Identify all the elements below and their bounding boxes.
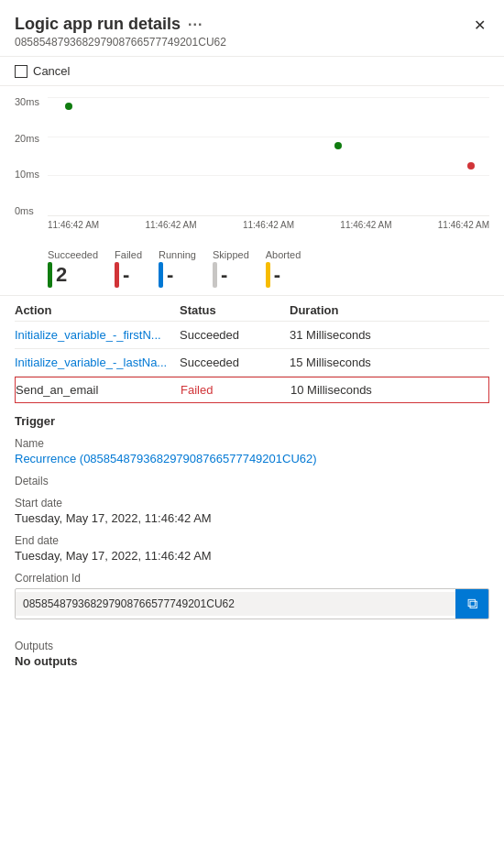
badge-succeeded-count: 2 [56, 263, 67, 287]
copy-button[interactable]: ⧉ [455, 589, 488, 619]
badge-failed-bar [115, 262, 119, 288]
badge-skipped-value-row: - [213, 262, 227, 288]
panel-header: Logic app run details ··· 08585487936829… [0, 0, 504, 57]
trigger-heading: Trigger [15, 414, 489, 428]
row3-duration: 10 Milliseconds [290, 383, 488, 397]
chart-inner [48, 97, 489, 216]
y-label-30ms: 30ms [15, 97, 39, 107]
badge-succeeded: Succeeded 2 [48, 249, 98, 288]
x-label-4: 11:46:42 AM [340, 220, 391, 230]
panel-title: Logic app run details ··· [15, 15, 226, 34]
badge-succeeded-label: Succeeded [48, 249, 98, 260]
gridline-30ms [48, 97, 489, 98]
table-row[interactable]: Send_an_email Failed 10 Milliseconds [15, 377, 489, 403]
name-label: Name [15, 437, 489, 450]
start-date-label: Start date [15, 497, 489, 509]
badge-running-label: Running [159, 249, 196, 260]
col-duration: Duration [290, 303, 489, 317]
row3-status: Failed [181, 383, 290, 397]
col-action: Action [15, 303, 180, 317]
correlation-id-input[interactable] [16, 592, 455, 616]
badge-aborted: Aborted - [266, 249, 301, 288]
correlation-id-label: Correlation Id [15, 572, 489, 585]
x-label-3: 11:46:42 AM [243, 220, 294, 230]
chart-dot-3 [467, 162, 475, 170]
badge-aborted-label: Aborted [266, 249, 301, 260]
badge-failed-value-row: - [115, 262, 129, 288]
badge-skipped: Skipped - [213, 249, 249, 288]
chart-dot-1 [65, 103, 72, 110]
table-row[interactable]: Initialize_variable_-_firstN... Succeede… [15, 322, 489, 349]
table-header: Action Status Duration [15, 296, 489, 322]
title-block: Logic app run details ··· 08585487936829… [15, 15, 226, 49]
y-label-0ms: 0ms [15, 206, 39, 216]
cancel-checkbox[interactable] [15, 65, 27, 78]
badge-failed-label: Failed [115, 249, 142, 260]
x-label-1: 11:46:42 AM [48, 220, 99, 230]
status-badges: Succeeded 2 Failed - Running - [33, 242, 504, 295]
gridline-20ms [48, 137, 489, 137]
badge-skipped-bar [213, 262, 217, 288]
end-date-label: End date [15, 534, 489, 547]
scrollable-content: 30ms 20ms 10ms 0ms 11:46:42 AM 11:46:42 … [0, 86, 504, 843]
badge-running: Running - [159, 249, 196, 288]
outputs-section: Outputs No outputs [0, 619, 504, 679]
badge-failed: Failed - [115, 249, 142, 288]
badge-failed-count: - [123, 263, 129, 287]
chart-x-labels: 11:46:42 AM 11:46:42 AM 11:46:42 AM 11:4… [48, 216, 489, 230]
close-button[interactable]: ✕ [470, 15, 489, 37]
badge-skipped-label: Skipped [213, 249, 249, 260]
x-label-2: 11:46:42 AM [145, 220, 196, 230]
chart-y-labels: 30ms 20ms 10ms 0ms [15, 97, 39, 216]
y-label-10ms: 10ms [15, 170, 39, 180]
col-status: Status [180, 303, 290, 317]
badge-running-bar [159, 262, 163, 288]
x-label-5: 11:46:42 AM [438, 220, 489, 230]
row2-duration: 15 Milliseconds [290, 356, 489, 369]
badge-aborted-value-row: - [266, 262, 280, 288]
row1-duration: 31 Milliseconds [290, 328, 489, 342]
badge-aborted-count: - [274, 263, 280, 287]
logic-app-run-details-panel: Logic app run details ··· 08585487936829… [0, 0, 504, 843]
details-label: Details [15, 475, 489, 487]
badge-skipped-count: - [221, 263, 227, 287]
cancel-label: Cancel [33, 64, 70, 78]
table-row[interactable]: Initialize_variable_-_lastNa... Succeede… [15, 349, 489, 377]
more-icon[interactable]: ··· [188, 16, 203, 33]
badge-succeeded-value-row: 2 [48, 262, 67, 288]
badge-running-value-row: - [159, 262, 173, 288]
row3-action: Send_an_email [16, 383, 181, 397]
title-text: Logic app run details [15, 15, 181, 34]
copy-icon: ⧉ [467, 596, 477, 612]
end-date-value: Tuesday, May 17, 2022, 11:46:42 AM [15, 549, 489, 563]
chart-area: 30ms 20ms 10ms 0ms 11:46:42 AM 11:46:42 … [0, 86, 504, 242]
row2-status: Succeeded [180, 356, 290, 369]
row1-action: Initialize_variable_-_firstN... [15, 328, 180, 342]
trigger-name-value[interactable]: Recurrence (0858548793682979087665777492… [15, 452, 489, 465]
correlation-id-row: ⧉ [15, 588, 489, 619]
cancel-row: Cancel [0, 57, 504, 86]
trigger-section: Trigger Name Recurrence (085854879368297… [0, 403, 504, 619]
panel-subtitle: 085854879368297908766577749201CU62 [15, 36, 226, 49]
gridline-10ms [48, 175, 489, 176]
badge-succeeded-bar [48, 262, 52, 288]
y-label-20ms: 20ms [15, 134, 39, 144]
badge-running-count: - [167, 263, 173, 287]
row2-action: Initialize_variable_-_lastNa... [15, 356, 180, 369]
no-outputs-value: No outputs [15, 654, 489, 668]
badge-aborted-bar [266, 262, 270, 288]
row1-status: Succeeded [180, 328, 290, 342]
chart-dot-2 [334, 142, 342, 149]
outputs-label: Outputs [15, 640, 489, 652]
start-date-value: Tuesday, May 17, 2022, 11:46:42 AM [15, 511, 489, 525]
actions-table: Action Status Duration Initialize_variab… [0, 295, 504, 403]
